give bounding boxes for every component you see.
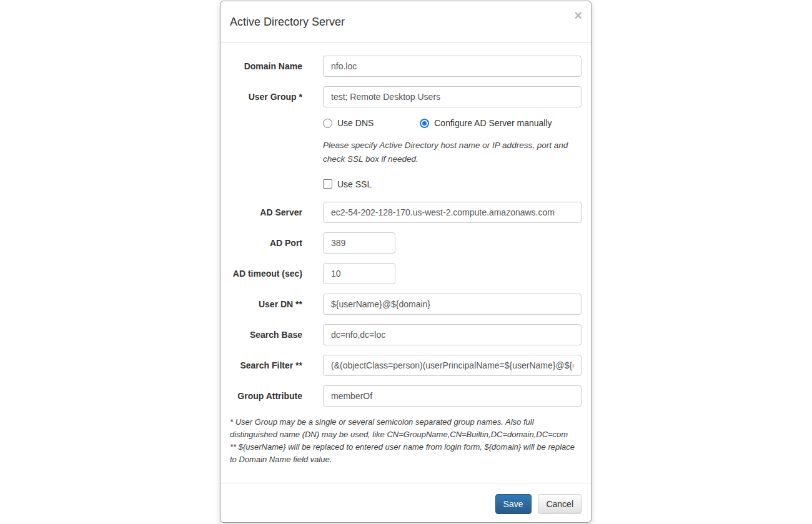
ad-port-input[interactable]: [323, 232, 395, 254]
form-row-ad-server: AD Server: [230, 202, 582, 223]
form-row-domain-name: Domain Name: [230, 56, 582, 77]
domain-name-control: [323, 56, 582, 77]
form-row-user-group: User Group *: [230, 86, 582, 107]
close-icon[interactable]: ×: [574, 9, 582, 22]
form-row-server-mode: Use DNS Configure AD Server manually Ple…: [230, 117, 582, 202]
radio-unchecked-icon: [323, 119, 332, 128]
group-attribute-input[interactable]: [323, 385, 582, 407]
use-dns-radio-label: Use DNS: [337, 117, 374, 129]
ad-port-control: [323, 232, 582, 254]
search-base-label: Search Base: [230, 324, 302, 345]
group-attribute-control: [323, 385, 582, 407]
group-attribute-label: Group Attribute: [230, 385, 302, 407]
active-directory-modal: Active Directory Server × Domain Name Us…: [220, 1, 592, 523]
ad-server-control: [323, 202, 582, 223]
user-dn-input[interactable]: [323, 294, 582, 315]
ad-server-input[interactable]: [323, 202, 582, 223]
form-row-ad-timeout: AD timeout (sec): [230, 263, 582, 284]
use-ssl-checkbox[interactable]: Use SSL: [323, 178, 372, 190]
form-row-search-filter: Search Filter **: [230, 355, 582, 376]
domain-name-label: Domain Name: [230, 56, 302, 77]
domain-name-input[interactable]: [323, 56, 582, 77]
save-button[interactable]: Save: [495, 494, 532, 514]
footnote-user-group: * User Group may be a single or several …: [230, 416, 582, 441]
cancel-button[interactable]: Cancel: [538, 494, 582, 514]
ad-port-label: AD Port: [230, 232, 302, 254]
search-base-control: [323, 324, 582, 345]
modal-footer: Save Cancel: [220, 483, 591, 522]
user-group-input[interactable]: [323, 86, 582, 107]
ad-server-label: AD Server: [230, 202, 302, 223]
form-row-ad-port: AD Port: [230, 232, 582, 254]
use-ssl-label: Use SSL: [337, 178, 372, 190]
form-row-user-dn: User DN **: [230, 294, 582, 315]
ad-timeout-label: AD timeout (sec): [230, 263, 302, 284]
radio-checked-icon: [420, 119, 429, 128]
search-filter-control: [323, 355, 582, 376]
modal-header: Active Directory Server ×: [220, 1, 591, 43]
footnote-placeholders: ** ${userName} will be replaced to enter…: [230, 441, 582, 466]
user-group-label: User Group *: [230, 86, 302, 107]
configure-manually-radio[interactable]: Configure AD Server manually: [420, 117, 552, 129]
configure-manually-radio-label: Configure AD Server manually: [434, 117, 552, 129]
search-filter-label: Search Filter **: [230, 355, 302, 376]
user-dn-control: [323, 294, 582, 315]
use-ssl-row: Use SSL: [323, 178, 582, 191]
form-row-search-base: Search Base: [230, 324, 582, 345]
use-dns-radio[interactable]: Use DNS: [323, 117, 374, 129]
server-mode-control: Use DNS Configure AD Server manually Ple…: [323, 117, 582, 202]
ad-timeout-control: [323, 263, 582, 284]
modal-body: Domain Name User Group * Use DNS Configu…: [220, 43, 591, 483]
user-group-control: [323, 86, 582, 107]
user-dn-label: User DN **: [230, 294, 302, 315]
checkbox-unchecked-icon: [323, 179, 332, 189]
search-filter-input[interactable]: [323, 355, 582, 376]
page-title: Active Directory Server: [230, 14, 582, 30]
server-mode-help-text: Please specify Active Directory host nam…: [323, 139, 582, 166]
footnotes: * User Group may be a single or several …: [230, 416, 582, 466]
ad-timeout-input[interactable]: [323, 263, 395, 284]
form-row-group-attribute: Group Attribute: [230, 385, 582, 407]
search-base-input[interactable]: [323, 324, 582, 345]
